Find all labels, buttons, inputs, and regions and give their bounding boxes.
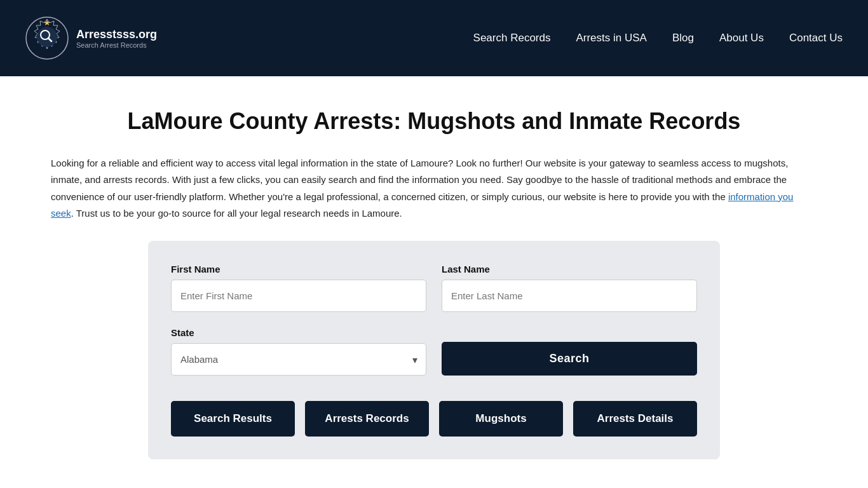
main-content: LaMoure County Arrests: Mugshots and Inm… xyxy=(0,76,868,488)
description-part2: . Trust us to be your go-to source for a… xyxy=(71,208,402,219)
state-search-row: State AlabamaAlaskaArizonaArkansasCalifo… xyxy=(171,327,697,376)
nav-contact-us[interactable]: Contact Us xyxy=(789,32,843,44)
first-name-input[interactable] xyxy=(171,280,426,312)
nav-blog[interactable]: Blog xyxy=(672,32,694,44)
nav-arrests-in-usa[interactable]: Arrests in USA xyxy=(576,32,646,44)
site-tagline: Search Arrest Records xyxy=(76,41,157,49)
search-results-button[interactable]: Search Results xyxy=(171,401,295,437)
logo-text: Arresstsss.org Search Arrest Records xyxy=(76,28,157,49)
nav-about-us[interactable]: About Us xyxy=(719,32,764,44)
svg-marker-4 xyxy=(44,20,50,25)
main-nav: Search Records Arrests in USA Blog About… xyxy=(473,32,843,44)
mugshots-button[interactable]: Mugshots xyxy=(439,401,563,437)
last-name-input[interactable] xyxy=(442,280,697,312)
site-header: Arresstsss.org Search Arrest Records Sea… xyxy=(0,0,868,76)
state-select-wrapper: AlabamaAlaskaArizonaArkansasCaliforniaCo… xyxy=(171,343,426,376)
site-name: Arresstsss.org xyxy=(76,28,157,41)
page-title: LaMoure County Arrests: Mugshots and Inm… xyxy=(51,108,817,135)
first-name-label: First Name xyxy=(171,264,426,274)
logo-area: Arresstsss.org Search Arrest Records xyxy=(25,17,157,60)
bottom-buttons: Search Results Arrests Records Mugshots … xyxy=(171,401,697,437)
search-button[interactable]: Search xyxy=(442,342,697,376)
state-group: State AlabamaAlaskaArizonaArkansasCalifo… xyxy=(171,327,426,376)
description-part1: Looking for a reliable and efficient way… xyxy=(51,158,788,202)
last-name-group: Last Name xyxy=(442,264,697,312)
name-row: First Name Last Name xyxy=(171,264,697,312)
arrests-records-button[interactable]: Arrests Records xyxy=(305,401,429,437)
logo-icon xyxy=(25,17,69,60)
state-label: State xyxy=(171,327,426,338)
state-select[interactable]: AlabamaAlaskaArizonaArkansasCaliforniaCo… xyxy=(171,343,426,376)
search-form-box: First Name Last Name State AlabamaAlaska… xyxy=(148,241,720,459)
description-text: Looking for a reliable and efficient way… xyxy=(51,155,817,222)
arrests-details-button[interactable]: Arrests Details xyxy=(573,401,697,437)
nav-search-records[interactable]: Search Records xyxy=(473,32,551,44)
svg-point-1 xyxy=(37,27,57,47)
last-name-label: Last Name xyxy=(442,264,697,274)
first-name-group: First Name xyxy=(171,264,426,312)
